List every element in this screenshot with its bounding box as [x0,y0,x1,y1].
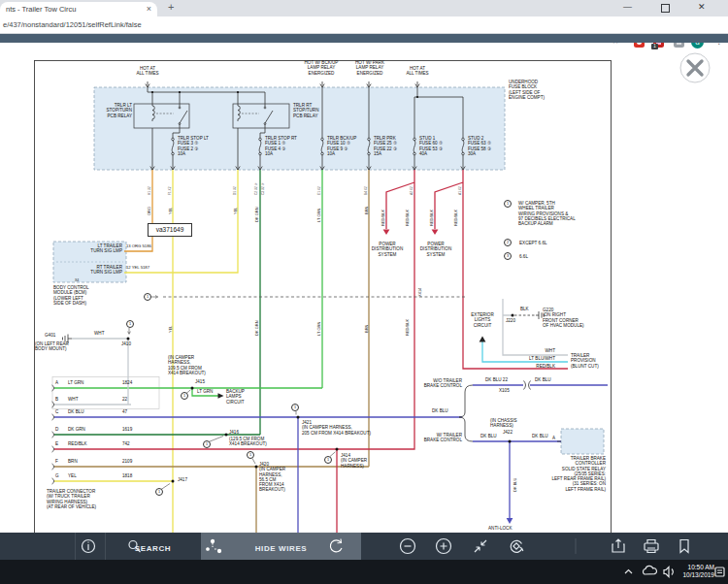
wire-label-dkblu-bottom: DK BLU [513,478,517,492]
pin-e-color: RED/BLK [68,441,87,446]
wire-label-dkgrn-1: DK GRN [254,207,259,222]
wire-label-brn-1: BRN [364,207,369,214]
fusebox-pin-4b: C3 X2 ③ [261,182,265,195]
app-header-strip [0,34,728,43]
wire-label-dkgrn-2: DK GRN [254,320,259,336]
label-g401-loc: (ON LEFT REAR BODY MOUNT) [35,341,69,352]
wires-colored [54,170,608,535]
search-button[interactable]: SEARCH [105,533,201,560]
url-text[interactable]: e/437/nonstandard/12051/selfRefLink/fals… [3,20,142,29]
label-ltgrn-branch: LT GRN [197,389,213,394]
wire-label-redblk-4: RED/BLK [453,210,458,226]
pin-g-circuit: 1818 [122,473,132,478]
windows-taskbar: 10:50 AM 10/13/2019 [0,560,728,584]
hide-wires-button[interactable]: HIDE WIRES [201,533,361,560]
wire-label-yel-1: YEL [168,207,173,214]
window-maximize-button[interactable] [661,4,670,15]
diagram-close-button[interactable] [678,50,712,85]
taskbar-date: 10/13/2019 [682,571,714,579]
note-marker-j420: 1 [247,451,254,459]
pin-f-circuit: 2109 [122,459,132,464]
pin-b-color: WHT [68,397,78,402]
action-center-icon [715,568,724,576]
pin-c-color: DK BLU [68,409,84,414]
note-marker-j416: 1 [203,440,211,448]
label-circuit-org: 13 ORG 5186 [126,243,151,248]
diagram-frame [35,61,612,543]
close-icon [678,50,712,85]
label-g401: G401 [45,333,55,338]
hover-tooltip: va371649 [148,223,192,237]
note-marker-j415: 1 [181,392,188,400]
address-bar[interactable]: e/437/nonstandard/12051/selfRefLink/fals… [0,16,728,34]
new-tab-button[interactable]: + [168,1,174,13]
label-dkblu-r2: DK BLU [480,434,497,438]
label-tbc-pin-a: A [552,436,555,440]
legend-marker-1: 1 [504,200,512,208]
pin-e-circuit: 742 [122,441,130,446]
rotate-view-icon [511,540,523,552]
label-trailer-connector: TRAILER CONNECTOR (W/ TRUCK TRAILER WIRI… [47,489,96,509]
label-bcm: BODY CONTROL MODULE (BCM) (LOWER LEFT SI… [53,285,89,306]
tab-close-icon[interactable]: × [147,5,151,14]
label-j415-loc: (IN CAMPER HARNESS, 109.5 CM FROM X414 B… [168,355,206,375]
label-bcm-rt-lamp: RT TRAILER TURN SIG LMP [58,265,122,276]
pin-d-circuit: 1619 [122,427,132,432]
window-minimize-button[interactable]: — [623,2,632,12]
label-wht-g401: WHT [94,331,104,336]
label-j421: J421 (IN CAMPER HARNESS, 205 CM FROM X41… [302,420,371,436]
wire-label-redblk-3: RED/BLK [429,210,434,226]
label-backup-lamps: BACKUP LAMPS CIRCUIT [226,389,245,405]
note-marker-j417: 1 [155,488,163,496]
fusebox-pin-6: B4 X2 [364,186,368,195]
label-fuse-backup: TRLR BCK/UP FUSE 10 ② FUSE 9 ③ 10A [327,136,356,156]
print-icon [645,540,658,553]
fuse-block-internals [146,81,465,170]
label-fuse-stud2: STUD 2 FUSE 63 ② FUSE 58 ③ 30A [468,136,491,156]
label-redblk-provision: RED/BLK [524,364,555,369]
label-fuse-stop-lt: TRLR STOP LT FUSE 3 ② FUSE 2 ③ 10A [178,136,209,156]
label-pds-2: POWER DISTRIBUTION SYSTEM [420,242,451,257]
window-close-button[interactable]: ✕ [698,2,706,12]
volume-icon [664,568,673,577]
wire-label-ltgrn-1: LT GRN [316,209,321,222]
browser-tab[interactable]: nts - Trailer Tow Circu × [0,2,157,16]
label-j415: J415 [195,379,205,384]
label-antilock: ANTI-LOCK [488,526,513,531]
pin-d-letter: D [55,427,58,432]
diagram-symbols [52,297,562,484]
fusebox-pin-3: D1 X2 [233,186,237,195]
taskbar-clock[interactable]: 10:50 AM 10/13/2019 [682,564,714,579]
tab-strip: nts - Trailer Tow Circu × + — ✕ [0,0,728,16]
fusebox-pin-2: F1 X2 [168,186,172,195]
label-wo-trailer-brake: W/O TRAILER BRAKE CONTROL [396,378,462,389]
label-bcm-pin-x4: X4 [75,278,79,283]
label-note-1: W/ CAMPER, 5TH WHEEL TRAILER WIRING PROV… [518,201,576,226]
tab-title: nts - Trailer Tow Circu [6,5,147,14]
note-arrows [128,296,336,490]
label-fuse-stop-rt: TRLR STOP RT FUSE 1 ② FUSE 4 ③ 10A [265,136,297,156]
fusebox-pin-1: H1 X2 [148,186,151,195]
info-icon [83,540,95,553]
label-note-3: 6.6L [519,254,528,259]
note-marker-j421: 1 [291,404,299,411]
legend-marker-3: 3 [504,252,512,260]
pin-a-letter: A [55,380,58,385]
pin-f-letter: F [55,459,58,464]
label-hot-2: HOT W/ BCK/UP LAMP RELAY ENERGIZED [305,60,339,76]
wire-label-ltgrn-2: LT GRN [316,322,321,336]
pin-f-color: BRN [68,459,78,464]
wire-label-x414: X414 [417,288,422,297]
pin-b-letter: B [55,397,58,402]
label-chassis-harness: (IN CHASSIS HARNESS) [490,418,517,429]
export-icon [612,539,624,552]
label-ltblu-wht: LT BLU/WHT [516,356,555,361]
wire-label-org: ORG [147,207,151,215]
label-hot-3: HOT W/ PARK LAMP RELAY ENERGIZED [355,60,384,76]
viewer-toolbar: SEARCH HIDE WIRES [0,533,728,560]
label-j416: J416 [229,430,239,435]
label-x105: X105 [499,388,510,393]
screen: nts - Trailer Tow Circu × + — ✕ e/437/no… [0,0,728,584]
wire-label-redblk-2: RED/BLK [405,210,410,226]
zoom-in-icon [437,539,451,554]
